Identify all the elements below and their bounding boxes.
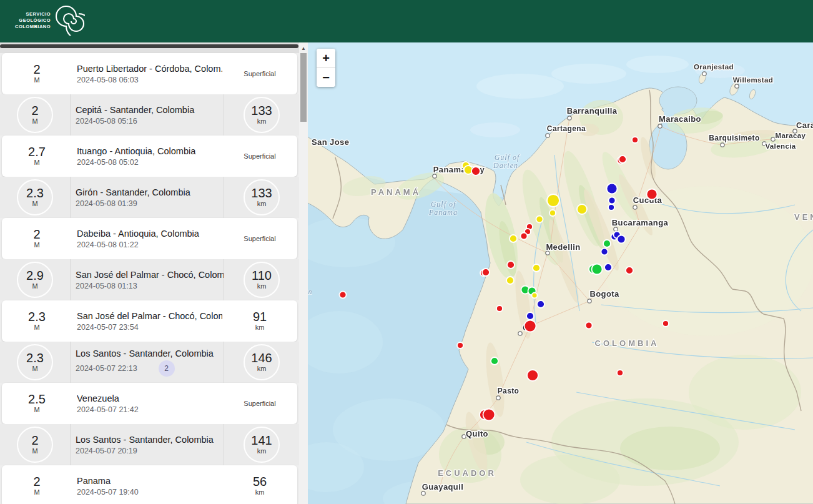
earthquake-list-item[interactable]: 2 M Cepitá - Santander, Colombia 2024-05… <box>0 94 299 136</box>
event-info: San José del Palmar - Chocó, Colom... 20… <box>72 300 222 342</box>
depth-circle: 141 km <box>244 427 280 463</box>
earthquake-marker[interactable] <box>607 184 618 194</box>
magnitude-circle: 2.7 M <box>19 138 55 174</box>
earthquake-marker[interactable] <box>604 264 612 271</box>
depth-value-wrap: 110 km <box>252 269 272 290</box>
magnitude-column: 2 M <box>2 56 72 92</box>
earthquake-marker[interactable] <box>483 409 495 421</box>
zoom-out-button[interactable]: − <box>317 68 335 87</box>
magnitude-value: 2 <box>31 104 38 117</box>
depth-value-wrap: 91 km <box>253 310 267 332</box>
earthquake-marker[interactable] <box>526 312 534 320</box>
magnitude-circle: 2.3 M <box>17 179 53 215</box>
earthquake-marker[interactable] <box>626 267 633 274</box>
earthquake-marker[interactable] <box>549 210 556 216</box>
magnitude-circle: 2.3 M <box>17 344 53 380</box>
zoom-in-button[interactable]: + <box>317 49 335 67</box>
earthquake-marker[interactable] <box>603 240 611 247</box>
earthquake-marker[interactable] <box>482 269 490 276</box>
earthquake-marker[interactable] <box>586 322 593 329</box>
earthquake-marker[interactable] <box>618 235 626 244</box>
earthquake-marker[interactable] <box>536 216 543 223</box>
event-location: San José del Palmar - Chocó, Colom... <box>77 311 222 321</box>
earthquake-marker[interactable] <box>547 194 559 207</box>
scrollbar-up-arrow-icon[interactable]: ▲ <box>299 44 308 52</box>
earthquake-marker[interactable] <box>507 261 515 269</box>
event-datetime: 2024-05-07 19:40 <box>77 488 139 497</box>
magnitude-column: 2.3 M <box>2 303 72 339</box>
earthquake-marker[interactable] <box>577 204 587 214</box>
city-label: Barranquilla <box>567 106 618 116</box>
depth-value-wrap: 133 km <box>251 104 272 126</box>
scrollbar-thumb[interactable] <box>300 53 307 122</box>
logo-text: SERVICIO GEOLÓGICO COLOMBIANO <box>15 11 51 29</box>
map-canvas[interactable]: Gulf ofDarienGulf ofPanaman PANAMÁCOLOMB… <box>308 42 813 504</box>
list-scrollbar[interactable]: ▲ <box>299 42 308 504</box>
logo-line-1: SERVICIO <box>26 11 51 17</box>
depth-value-wrap: 141 km <box>251 434 272 455</box>
earthquake-marker[interactable] <box>663 320 669 327</box>
earthquake-marker[interactable] <box>491 357 498 365</box>
earthquake-list-item[interactable]: 2.7 M Ituango - Antioquia, Colombia 2024… <box>2 136 297 177</box>
event-date-line: 2024-05-08 06:03 <box>77 76 222 84</box>
earthquake-marker[interactable] <box>457 342 463 348</box>
earthquake-marker[interactable] <box>601 249 608 255</box>
earthquake-marker[interactable] <box>506 277 514 284</box>
earthquake-list-item[interactable]: 2.3 M San José del Palmar - Chocó, Colom… <box>2 300 297 342</box>
magnitude-circle: 2 M <box>19 56 55 92</box>
earthquake-marker[interactable] <box>619 156 626 163</box>
depth-column: 133 km <box>224 179 299 215</box>
event-info: Panama 2024-05-07 19:40 <box>72 465 222 504</box>
event-info: Puerto Libertador - Córdoba, Colom... 20… <box>72 53 222 94</box>
city-label: Willemstad <box>733 76 774 84</box>
magnitude-circle: 2.3 M <box>19 303 55 339</box>
depth-circle: Superficial <box>242 56 278 92</box>
depth-value-wrap: 133 km <box>251 187 272 208</box>
earthquake-marker[interactable] <box>471 167 480 175</box>
earthquake-list-item[interactable]: 2 M Panama 2024-05-07 19:40 56 km <box>2 465 297 504</box>
earthquake-marker[interactable] <box>617 370 623 376</box>
earthquake-marker[interactable] <box>521 233 528 240</box>
earthquake-list-item[interactable]: 2.9 M San José del Palmar - Chocó, Colom… <box>0 259 299 300</box>
earthquake-list-item[interactable]: 2.5 M Venezuela 2024-05-07 21:42 Superf <box>2 383 297 424</box>
depth-column: 141 km <box>224 427 299 463</box>
sgc-logo[interactable]: SERVICIO GEOLÓGICO COLOMBIANO <box>0 0 813 36</box>
earthquake-marker[interactable] <box>525 320 536 332</box>
earthquake-marker[interactable] <box>592 264 603 275</box>
earthquake-marker[interactable] <box>527 370 538 381</box>
magnitude-value: 2.3 <box>28 310 46 324</box>
earthquake-marker[interactable] <box>496 305 503 312</box>
depth-circle: 146 km <box>244 344 280 380</box>
water-label: Gulf of <box>431 200 456 209</box>
magnitude-value: 2.7 <box>28 146 46 159</box>
event-datetime: 2024-05-07 21:42 <box>77 405 139 414</box>
depth-circle: 91 km <box>242 303 278 339</box>
list-top-divider <box>0 44 298 48</box>
earthquake-list-item[interactable]: 2.3 M Girón - Santander, Colombia 2024-0… <box>0 177 299 218</box>
logo-line-2: GEOLÓGICO <box>19 17 51 24</box>
depth-label: Superficial <box>244 70 275 77</box>
earthquake-list-item[interactable]: 2 M Los Santos - Santander, Colombia 202… <box>0 424 299 465</box>
earthquake-marker[interactable] <box>510 235 517 242</box>
earthquake-marker[interactable] <box>609 197 616 204</box>
event-date-line: 2024-05-08 05:02 <box>77 158 222 167</box>
earthquake-marker[interactable] <box>608 204 614 210</box>
earthquake-marker[interactable] <box>340 292 347 299</box>
city-dot <box>588 299 591 303</box>
depth-column: 91 km <box>222 303 297 339</box>
earthquake-marker[interactable] <box>632 137 638 143</box>
earthquake-list-item[interactable]: 2 M Dabeiba - Antioquia, Colombia 2024-0… <box>2 218 297 259</box>
earthquake-marker[interactable] <box>647 189 658 200</box>
earthquake-marker[interactable] <box>537 300 544 308</box>
earthquake-list-item[interactable]: 2.3 M Los Santos - Santander, Colombia 2… <box>0 342 299 383</box>
depth-column: Superficial <box>222 138 297 174</box>
city-label: Oranjestad <box>694 63 734 71</box>
depth-column: Superficial <box>222 220 297 257</box>
event-datetime: 2024-05-08 05:16 <box>76 117 137 126</box>
earthquake-marker[interactable] <box>533 264 540 272</box>
map[interactable]: Gulf ofDarienGulf ofPanaman PANAMÁCOLOMB… <box>308 42 813 504</box>
depth-column: Superficial <box>222 56 297 92</box>
earthquake-marker[interactable] <box>532 293 538 299</box>
event-datetime: 2024-05-08 06:03 <box>77 76 139 84</box>
earthquake-list-item[interactable]: 2 M Puerto Libertador - Córdoba, Colom..… <box>2 53 297 94</box>
